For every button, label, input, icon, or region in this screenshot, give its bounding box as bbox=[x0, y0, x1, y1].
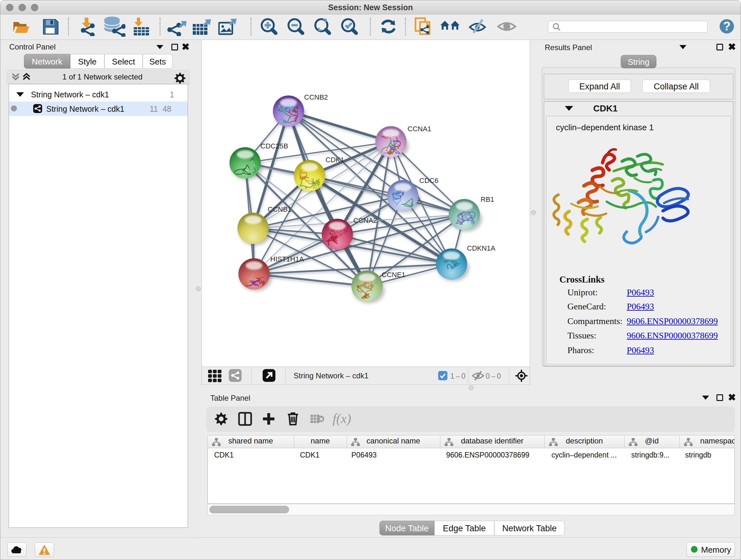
svg-text:CCNB2: CCNB2 bbox=[304, 93, 328, 101]
svg-text:HIST1H1A: HIST1H1A bbox=[270, 255, 304, 263]
svg-text:CDKN1A: CDKN1A bbox=[467, 244, 495, 252]
svg-text:CDK1: CDK1 bbox=[326, 156, 344, 164]
svg-text:CCNE1: CCNE1 bbox=[382, 271, 406, 279]
svg-text:CDC25B: CDC25B bbox=[260, 142, 288, 150]
svg-text:CCNA1: CCNA1 bbox=[408, 125, 431, 133]
svg-text:RB1: RB1 bbox=[481, 195, 494, 203]
svg-text:CDC6: CDC6 bbox=[419, 177, 439, 185]
svg-text:CCNA2: CCNA2 bbox=[353, 216, 377, 225]
svg-text:CCNB1: CCNB1 bbox=[268, 205, 292, 213]
